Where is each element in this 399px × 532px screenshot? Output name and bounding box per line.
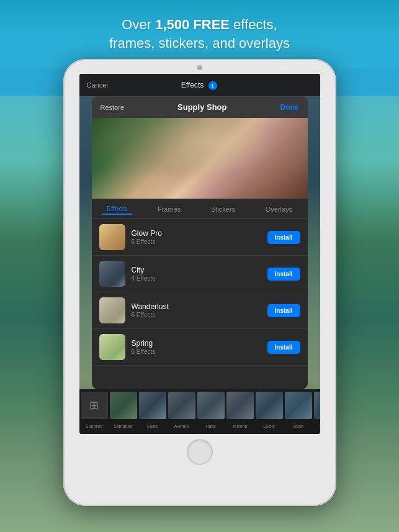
film-item-haas[interactable] [197, 392, 225, 419]
front-camera [197, 65, 202, 70]
pack-thumbnail-glow [99, 224, 125, 250]
pack-info: Wanderlust 6 Effects [132, 302, 261, 318]
tab-stickers[interactable]: Stickers [206, 204, 240, 214]
pack-count: 6 Effects [132, 348, 261, 355]
label-arizona: Arizona [226, 424, 254, 428]
modal-title: Supply Shop [177, 102, 226, 112]
preview-overlay [92, 118, 308, 199]
home-button[interactable] [187, 439, 213, 465]
filmstrip-labels: Supplies Signature Clyde Avenue Haas Ari… [79, 420, 320, 431]
film-item-avenue[interactable] [168, 392, 195, 419]
pack-count: 6 Effects [132, 312, 261, 318]
pack-count: 6 Effects [132, 238, 261, 245]
pack-thumbnail-city [99, 261, 125, 287]
list-item: Wanderlust 6 Effects Install [92, 292, 308, 329]
pack-info: Spring 6 Effects [132, 339, 261, 355]
label-lucky: Lucky [256, 424, 283, 428]
top-banner-bold: 1,500 FREE [155, 17, 230, 32]
film-item-arizona[interactable] [226, 392, 254, 419]
ipad-frame: Cancel Effects 1 Restore Supply Shop Don… [63, 59, 336, 506]
pack-thumbnail-wanderlust [99, 297, 125, 323]
restore-button[interactable]: Restore [101, 104, 125, 111]
modal-header: Restore Supply Shop Done [92, 96, 308, 118]
list-item: Glow Pro 6 Effects Install [92, 219, 308, 256]
pack-count: 4 Effects [132, 275, 261, 282]
install-button-spring[interactable]: Install [267, 341, 300, 354]
effects-badge: 1 [208, 81, 217, 90]
pack-thumbnail-spring [99, 334, 125, 360]
modal-tabs: Effects Frames Stickers Overlays [92, 199, 308, 219]
pack-name: Spring [132, 339, 261, 348]
install-button-wanderlust[interactable]: Install [267, 304, 300, 317]
install-button-city[interactable]: Install [267, 268, 300, 281]
top-banner: Over 1,500 FREE effects, Effects frames,… [0, 0, 399, 68]
label-dean: Dean [285, 424, 312, 428]
film-item-clyde[interactable] [139, 392, 166, 419]
label-avenue: Avenue [168, 424, 195, 428]
film-item-keylime[interactable] [314, 392, 320, 419]
label-supplies: Supplies [81, 424, 108, 428]
pack-name: Glow Pro [132, 229, 261, 238]
ipad-screen: Cancel Effects 1 Restore Supply Shop Don… [79, 74, 320, 434]
label-signature: Signature [110, 424, 137, 428]
list-item: Spring 6 Effects Install [92, 329, 308, 366]
install-button-glow[interactable]: Install [267, 231, 300, 244]
tab-overlays[interactable]: Overlays [261, 204, 297, 214]
pack-name: Wanderlust [132, 302, 261, 311]
filmstrip-images: ⊞ [79, 389, 320, 420]
film-item-lucky[interactable] [256, 392, 283, 419]
tab-effects[interactable]: Effects [102, 204, 132, 215]
pack-name: City [132, 266, 261, 274]
pack-info: Glow Pro 6 Effects [132, 229, 261, 245]
tab-frames[interactable]: Frames [153, 204, 186, 214]
label-clyde: Clyde [139, 424, 166, 428]
pack-list: Glow Pro 6 Effects Install City 4 Effect… [92, 219, 308, 389]
film-item-dean[interactable] [285, 392, 312, 419]
preview-image [92, 118, 308, 199]
supply-shop-modal: Restore Supply Shop Done Effects Frames … [92, 96, 308, 389]
top-banner-text: Over 1,500 FREE effects, Effects frames,… [109, 16, 290, 52]
filmstrip: ⊞ Supplies Signature Clyde Avenue Haas [79, 389, 320, 434]
film-item-signature[interactable] [110, 392, 137, 419]
app-topbar: Cancel Effects 1 [79, 74, 320, 96]
label-keylime: Keylime [314, 424, 320, 428]
label-haas: Haas [197, 424, 225, 428]
pack-info: City 4 Effects [132, 266, 261, 282]
supplies-item[interactable]: ⊞ [81, 392, 108, 419]
supplies-icon: ⊞ [89, 399, 99, 412]
done-button[interactable]: Done [280, 103, 298, 112]
list-item: City 4 Effects Install [92, 256, 308, 292]
cancel-button[interactable]: Cancel [87, 81, 108, 89]
effects-title: Effects 1 [181, 81, 217, 90]
